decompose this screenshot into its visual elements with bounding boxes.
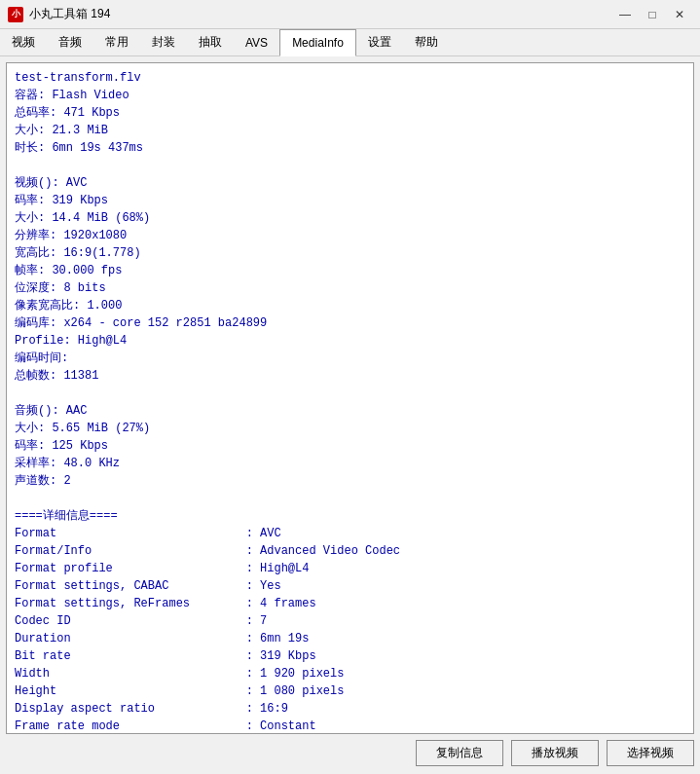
play-video-button[interactable]: 播放视频 <box>511 740 599 766</box>
menu-item-MediaInfo[interactable]: MediaInfo <box>279 29 356 56</box>
menu-item-视频[interactable]: 视频 <box>0 29 47 55</box>
close-button[interactable]: ✕ <box>667 5 692 24</box>
mediainfo-text[interactable]: test-transform.flv 容器: Flash Video 总码率: … <box>7 63 693 733</box>
menu-item-AVS[interactable]: AVS <box>234 29 279 55</box>
button-row: 复制信息 播放视频 选择视频 <box>6 734 694 768</box>
menu-item-抽取[interactable]: 抽取 <box>187 29 234 55</box>
mediainfo-container: test-transform.flv 容器: Flash Video 总码率: … <box>6 62 694 734</box>
menu-item-封装[interactable]: 封装 <box>140 29 187 55</box>
maximize-button[interactable]: □ <box>640 5 665 24</box>
app-icon: 小 <box>8 7 23 22</box>
menu-item-音频[interactable]: 音频 <box>47 29 93 55</box>
window-controls: — □ ✕ <box>612 5 692 24</box>
main-content: test-transform.flv 容器: Flash Video 总码率: … <box>0 56 700 774</box>
title-bar: 小 小丸工具箱 194 — □ ✕ <box>0 0 700 29</box>
copy-info-button[interactable]: 复制信息 <box>416 740 503 766</box>
window-title: 小丸工具箱 194 <box>29 6 110 22</box>
menu-bar: 视频音频常用封装抽取AVSMediaInfo设置帮助 <box>0 29 700 56</box>
menu-item-设置[interactable]: 设置 <box>356 29 403 55</box>
menu-item-常用[interactable]: 常用 <box>93 29 140 55</box>
select-video-button[interactable]: 选择视频 <box>607 740 694 766</box>
menu-item-帮助[interactable]: 帮助 <box>403 29 450 55</box>
minimize-button[interactable]: — <box>612 5 638 24</box>
